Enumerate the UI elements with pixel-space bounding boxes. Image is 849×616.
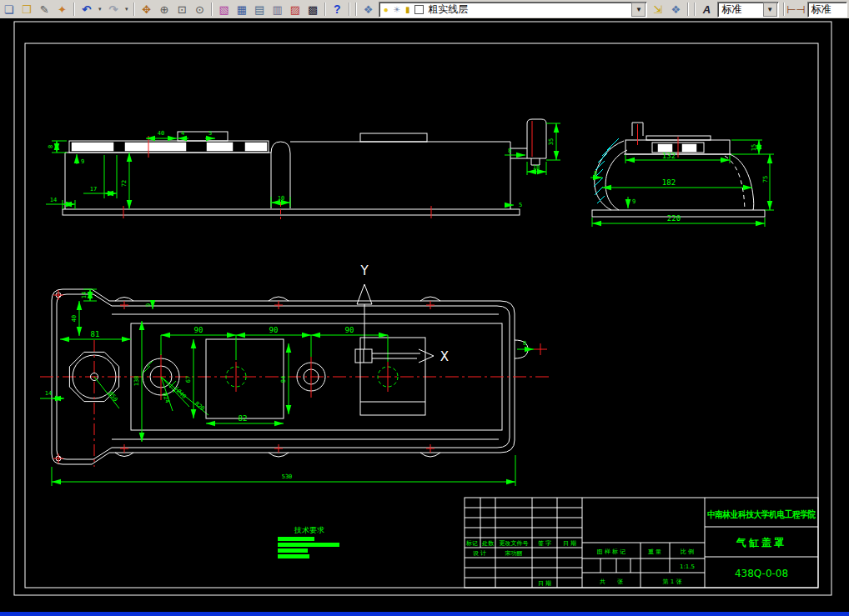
properties-icon[interactable]: ▧: [216, 2, 232, 17]
undo-dropdown-icon[interactable]: ▾: [96, 2, 103, 17]
dim-style-combo[interactable]: 标准: [807, 2, 847, 18]
dim-label: 5: [519, 202, 522, 208]
part-name: 气缸盖罩: [736, 537, 786, 548]
label-date-bottom: 日 期: [538, 580, 551, 587]
separator: [694, 3, 696, 16]
redo-dropdown-icon[interactable]: ▾: [123, 2, 130, 17]
tool-palettes-icon[interactable]: ▤: [252, 2, 268, 17]
dim-label: 15: [751, 144, 757, 151]
separator: [783, 3, 785, 16]
label-count: 处数: [482, 540, 495, 547]
dim-label: 8: [508, 148, 511, 154]
dim-label: 14: [45, 390, 52, 397]
quick-calc-icon[interactable]: ▩: [304, 2, 320, 17]
separator: [687, 3, 689, 16]
technical-notes: 技术要求: [278, 526, 339, 558]
designer-name: 宋功丽: [505, 550, 523, 557]
separator: [355, 3, 357, 16]
scale-value: 1:1.5: [680, 563, 695, 570]
label-date: 日 期: [563, 540, 576, 547]
rail-block: [207, 143, 233, 151]
dim-label: 40: [71, 315, 78, 322]
separator: [349, 3, 350, 16]
pencil-edit-icon[interactable]: ✎: [37, 2, 53, 17]
layer-freeze-icon[interactable]: ☀: [391, 5, 402, 14]
separator: [73, 3, 75, 16]
copy-icon[interactable]: ❏: [1, 2, 17, 17]
dim-label: Ø24: [161, 392, 171, 404]
cad-application-window: ❏ ❒ ✎ ✦ ↶ ▾ ↷ ▾ ✥ ⊕ ⊡ ⊙ ▧ ▦ ▤ ▥ ▨ ▩ ? ❖ …: [0, 0, 849, 616]
text-style-value: 标准: [719, 3, 762, 17]
drawing-canvas[interactable]: 8 9 40 4 5 17 72 14 10 8 35: [0, 18, 849, 612]
label-change-doc: 更改文件号: [500, 539, 529, 547]
dim-label: 4: [181, 130, 184, 137]
rail-block: [245, 143, 267, 151]
dim-label: R20: [193, 400, 206, 412]
separator: [211, 3, 213, 16]
dim-label: 220: [667, 214, 681, 223]
dim-label: 90: [269, 326, 279, 334]
dim-label: 72: [121, 180, 128, 187]
plan-view: 8 Ø24 Ø40 R20 Ø50: [40, 289, 550, 486]
dim-label: Ø50: [108, 390, 119, 403]
separator: [324, 3, 326, 16]
dim-style-value: 标准: [809, 3, 846, 17]
zoom-previous-icon[interactable]: ⊙: [192, 2, 208, 17]
match-properties-icon[interactable]: ✦: [54, 2, 70, 17]
cad-drawing[interactable]: 8 9 40 4 5 17 72 14 10 8 35: [0, 18, 849, 612]
dim-label: 9: [145, 303, 152, 307]
layer-color-swatch[interactable]: [414, 5, 424, 14]
dim-label: 67: [185, 376, 192, 383]
dim-label: 132: [662, 152, 676, 160]
text-style-manager-icon[interactable]: A: [699, 2, 715, 17]
college-name: 中南林业科技大学机电工程学院: [707, 508, 816, 520]
open-block-icon[interactable]: ❒: [18, 2, 34, 17]
layer-lock-icon[interactable]: ▮: [402, 5, 413, 14]
dim-label: 530: [282, 473, 293, 480]
rail-block: [125, 143, 186, 151]
dim-label: 8: [48, 145, 54, 148]
chevron-down-icon[interactable]: ▼: [763, 3, 777, 17]
zoom-realtime-icon[interactable]: ⊕: [156, 2, 172, 17]
toolbar: ❏ ❒ ✎ ✦ ↶ ▾ ↷ ▾ ✥ ⊕ ⊡ ⊙ ▧ ▦ ▤ ▥ ▨ ▩ ? ❖ …: [0, 0, 849, 19]
label-scale: 比 例: [681, 548, 694, 555]
undo-icon[interactable]: ↶: [78, 2, 94, 17]
sheet-set-manager-icon[interactable]: ▥: [269, 2, 285, 17]
label-weight: 重 量: [648, 548, 661, 555]
dim-label: 82: [239, 414, 248, 423]
notes-line: [278, 548, 308, 553]
text-style-combo[interactable]: 标准 ▼: [717, 2, 778, 18]
dim-label: 5: [208, 130, 212, 137]
dim-label: 90: [194, 326, 203, 334]
y-axis-label: Y: [359, 263, 369, 278]
pan-realtime-icon[interactable]: ✥: [138, 2, 154, 17]
side-view: 132 182 220 75 15 8 9: [590, 123, 774, 227]
dimension-style-manager-icon[interactable]: ⊢⊣: [788, 2, 805, 17]
layer-combo[interactable]: ● ☀ ▮ 粗实线层 ▼: [379, 2, 647, 18]
dim-label: 14: [81, 292, 88, 298]
redo-icon[interactable]: ↷: [105, 2, 121, 17]
layer-bulb-icon[interactable]: ●: [380, 5, 391, 14]
markup-set-manager-icon[interactable]: ▨: [287, 2, 303, 17]
separator: [133, 3, 135, 16]
make-object-layer-current-icon[interactable]: ⇲: [650, 2, 666, 17]
layer-previous-icon[interactable]: ❖: [668, 2, 684, 17]
rail-block: [72, 143, 113, 151]
dim-label: 17: [90, 186, 97, 193]
zoom-window-icon[interactable]: ⊡: [174, 2, 190, 17]
design-center-icon[interactable]: ▦: [234, 2, 249, 17]
dim-label: 182: [662, 178, 676, 187]
drawing-number: 438Q-0-08: [735, 568, 788, 579]
label-mark: 标记: [465, 540, 478, 547]
dim-label: 9: [632, 198, 635, 205]
help-icon[interactable]: ?: [329, 2, 345, 17]
dim-label: 9: [81, 158, 84, 165]
dim-label: 35: [548, 138, 555, 145]
dim-label: 14: [50, 197, 57, 203]
dim-label: 18: [533, 164, 540, 171]
label-design: 设 计: [473, 550, 486, 557]
chevron-down-icon[interactable]: ▼: [631, 3, 646, 17]
layer-combo-value: 粗实线层: [425, 3, 631, 17]
layer-properties-manager-icon[interactable]: ❖: [360, 2, 376, 17]
dim-label: 10: [278, 195, 284, 202]
